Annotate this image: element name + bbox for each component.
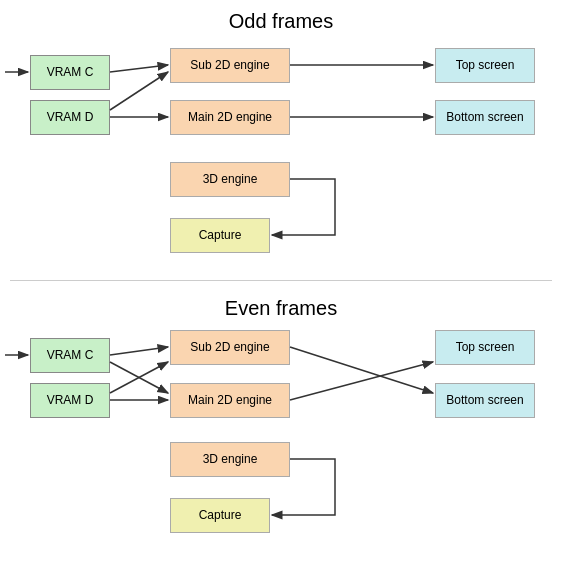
odd-vram-c: VRAM C: [30, 55, 110, 90]
svg-line-9: [110, 362, 168, 393]
diagram-container: Odd frames VRAM C VRAM D Sub 2D engine M…: [0, 0, 562, 563]
even-capture: Capture: [170, 498, 270, 533]
even-3dengine: 3D engine: [170, 442, 290, 477]
even-vram-d: VRAM D: [30, 383, 110, 418]
odd-main2d: Main 2D engine: [170, 100, 290, 135]
odd-3dengine: 3D engine: [170, 162, 290, 197]
even-main2d: Main 2D engine: [170, 383, 290, 418]
odd-bottom-screen: Bottom screen: [435, 100, 535, 135]
even-sub2d: Sub 2D engine: [170, 330, 290, 365]
odd-frames-title: Odd frames: [0, 10, 562, 33]
odd-vram-d: VRAM D: [30, 100, 110, 135]
svg-line-7: [110, 347, 168, 355]
section-divider: [10, 280, 552, 281]
odd-top-screen: Top screen: [435, 48, 535, 83]
odd-sub2d: Sub 2D engine: [170, 48, 290, 83]
svg-line-2: [110, 72, 168, 110]
odd-capture: Capture: [170, 218, 270, 253]
svg-line-0: [110, 65, 168, 72]
even-top-screen: Top screen: [435, 330, 535, 365]
even-bottom-screen: Bottom screen: [435, 383, 535, 418]
even-frames-title: Even frames: [0, 297, 562, 320]
svg-line-11: [290, 347, 433, 393]
svg-line-12: [290, 362, 433, 400]
even-vram-c: VRAM C: [30, 338, 110, 373]
svg-line-10: [110, 362, 168, 393]
